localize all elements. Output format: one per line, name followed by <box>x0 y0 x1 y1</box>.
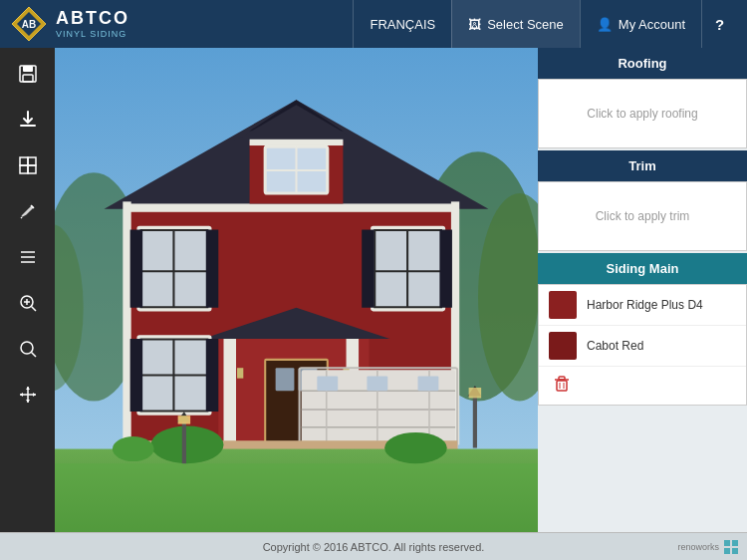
trim-section: Trim Click to apply trim <box>538 150 747 251</box>
logo-sub: VINYL SIDING <box>56 29 129 39</box>
move-button[interactable] <box>6 373 50 417</box>
siding-item-cabot-red[interactable]: Cabot Red <box>539 326 746 367</box>
siding-main-section: Siding Main Harbor Ridge Plus D4 Cabot R… <box>538 253 747 406</box>
footer-bar: Copyright © 2016 ABTCO. All rights reser… <box>0 532 747 560</box>
svg-rect-59 <box>223 339 236 442</box>
svg-marker-23 <box>20 393 23 397</box>
logo-icon: AB <box>10 5 48 43</box>
svg-rect-93 <box>182 421 186 463</box>
trim-placeholder: Click to apply trim <box>596 208 690 225</box>
harbor-ridge-swatch <box>549 291 577 319</box>
roofing-header: Roofing <box>538 48 747 79</box>
svg-rect-9 <box>28 165 36 173</box>
svg-marker-22 <box>26 400 30 403</box>
svg-marker-24 <box>33 393 36 397</box>
svg-rect-34 <box>123 201 130 444</box>
svg-rect-74 <box>206 339 219 412</box>
svg-rect-4 <box>23 66 33 72</box>
svg-rect-107 <box>732 548 738 554</box>
svg-point-91 <box>384 432 447 463</box>
toolbar <box>0 48 55 532</box>
right-panel: Roofing Click to apply roofing Trim Clic… <box>538 48 747 532</box>
svg-point-92 <box>113 436 154 461</box>
roofing-section: Roofing Click to apply roofing <box>538 48 747 148</box>
svg-rect-85 <box>418 377 439 392</box>
header-nav: FRANÇAIS 🖼 Select Scene 👤 My Account ? <box>353 0 737 48</box>
siding-delete-row <box>539 367 746 405</box>
help-button[interactable]: ? <box>701 0 737 48</box>
svg-rect-6 <box>20 157 28 165</box>
svg-rect-38 <box>250 140 344 145</box>
svg-rect-95 <box>178 416 191 423</box>
svg-rect-63 <box>276 368 295 391</box>
trim-body[interactable]: Click to apply trim <box>538 181 747 251</box>
my-account-button[interactable]: 👤 My Account <box>580 0 701 48</box>
account-icon: 👤 <box>597 17 613 32</box>
francais-button[interactable]: FRANÇAIS <box>353 0 451 48</box>
svg-rect-5 <box>23 75 33 82</box>
house-scene <box>55 48 538 532</box>
logo-text: ABTCO VINYL SIDING <box>56 9 129 39</box>
svg-rect-83 <box>317 377 338 392</box>
roofing-body[interactable]: Click to apply roofing <box>538 79 747 148</box>
svg-rect-48 <box>130 230 143 308</box>
cabot-red-swatch <box>549 332 577 360</box>
svg-point-17 <box>21 342 33 354</box>
edit-button[interactable] <box>6 189 50 233</box>
svg-line-18 <box>31 353 36 358</box>
svg-rect-7 <box>28 157 36 165</box>
siding-main-body: Harbor Ridge Plus D4 Cabot Red <box>538 284 747 406</box>
svg-rect-104 <box>724 540 730 546</box>
logo-abtco: ABTCO <box>56 9 129 29</box>
svg-rect-105 <box>732 540 738 546</box>
save-button[interactable] <box>6 52 50 96</box>
svg-point-90 <box>150 426 223 464</box>
download-button[interactable] <box>6 98 50 141</box>
svg-rect-101 <box>559 377 565 380</box>
siding-delete-button[interactable] <box>549 373 575 399</box>
siding-main-header: Siding Main <box>538 253 747 284</box>
svg-rect-33 <box>124 203 457 211</box>
cabot-red-label: Cabot Red <box>587 339 736 353</box>
svg-rect-49 <box>206 230 219 308</box>
svg-rect-84 <box>367 377 387 392</box>
svg-text:AB: AB <box>22 19 36 30</box>
renoworks-label: renoworks <box>677 542 719 552</box>
list-button[interactable] <box>6 235 50 279</box>
svg-rect-98 <box>469 388 482 398</box>
svg-marker-21 <box>26 387 30 390</box>
content-wrapper: Roofing Click to apply roofing Trim Clic… <box>0 48 747 560</box>
trim-header: Trim <box>538 150 747 181</box>
search-button[interactable] <box>6 327 50 371</box>
scene-icon: 🖼 <box>468 17 481 32</box>
roofing-placeholder: Click to apply roofing <box>587 106 697 123</box>
house-image-area[interactable] <box>55 48 538 532</box>
main-content: Roofing Click to apply roofing Trim Clic… <box>0 48 747 532</box>
zoom-in-button[interactable] <box>6 281 50 325</box>
siding-item-harbor-ridge[interactable]: Harbor Ridge Plus D4 <box>539 285 746 326</box>
harbor-ridge-label: Harbor Ridge Plus D4 <box>587 298 736 312</box>
select-scene-button[interactable]: 🖼 Select Scene <box>451 0 580 48</box>
svg-rect-55 <box>362 230 374 308</box>
svg-line-16 <box>31 307 36 312</box>
svg-rect-73 <box>130 339 143 412</box>
header: AB ABTCO VINYL SIDING FRANÇAIS 🖼 Select … <box>0 0 747 48</box>
svg-rect-56 <box>439 230 452 308</box>
renoworks-badge: renoworks <box>677 539 739 555</box>
svg-rect-96 <box>473 396 477 447</box>
layers-button[interactable] <box>6 143 50 187</box>
svg-rect-99 <box>557 381 567 391</box>
copyright-text: Copyright © 2016 ABTCO. All rights reser… <box>263 541 485 553</box>
logo-area: AB ABTCO VINYL SIDING <box>10 5 353 43</box>
svg-rect-89 <box>55 463 538 532</box>
svg-rect-106 <box>724 548 730 554</box>
svg-rect-8 <box>20 165 28 173</box>
svg-rect-66 <box>237 368 243 378</box>
